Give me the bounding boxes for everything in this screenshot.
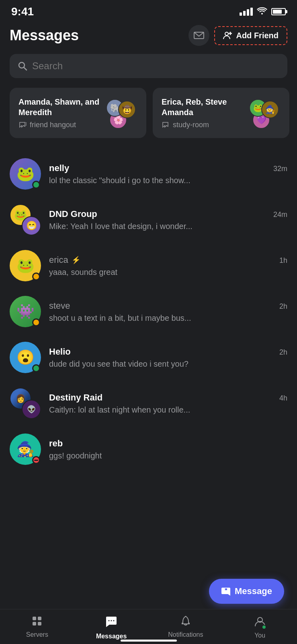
search-icon [18,61,27,71]
page-title: Messages [10,27,79,44]
mute-icon: ⚡️ [72,256,80,264]
you-icon [254,615,266,630]
avatar-wrapper: 🐸 😁 [10,204,41,235]
sidebar-item-you[interactable]: You [240,615,280,639]
message-list: 🐸 nelly 32m lol the classic "should i go… [0,151,297,520]
group-card-name: Amanda, Shawn, and Meredith [18,97,103,118]
nav-label-servers: Servers [26,631,48,638]
group-avatars: 🐸 🧙 💜 [246,99,282,127]
message-preview: shoot u a text in a bit, but i maybe bus… [49,314,287,323]
message-name: DND Group [49,209,97,219]
message-name: reb [49,438,63,449]
list-item[interactable]: 😮 Helio 2h dude did you see that video i… [0,334,297,380]
message-content: Helio 2h dude did you see that video i s… [49,347,287,369]
message-preview: dude did you see that video i sent you? [49,359,287,369]
nav-label-notifications: Notifications [168,631,203,638]
svg-point-20 [109,620,110,621]
avatar-wrapper: 👩 👽 [10,388,41,419]
online-status-dot [32,364,40,372]
battery-icon [271,8,286,15]
header-actions: Add Friend [188,25,287,46]
group-card-status-text: study-room [173,121,209,129]
search-bar [10,54,287,78]
group-card-status-text: friend hangout [30,121,76,129]
svg-point-21 [113,620,115,621]
message-content: Destiny Raid 4h Caitlyn: lol at last nig… [49,392,287,415]
dnd-status-dot [32,456,40,464]
svg-point-2 [225,32,228,35]
sidebar-item-messages[interactable]: Messages [91,615,131,640]
message-time: 2h [279,302,287,311]
sidebar-item-servers[interactable]: Servers [17,615,57,638]
svg-line-6 [24,68,27,70]
list-item[interactable]: 🐸 😁 DND Group 24m Mike: Yeah I love that… [0,197,297,243]
message-name: Destiny Raid [49,392,102,403]
avatar-wrapper: 🧙 [10,433,41,465]
svg-rect-18 [38,622,41,625]
message-name: erica ⚡️ [49,255,80,265]
status-bar: 9:41 [0,0,297,21]
notifications-icon [180,615,192,629]
message-time: 1h [279,256,287,265]
avatar-group: 👩 👽 [10,388,41,419]
svg-rect-15 [33,617,36,620]
list-item[interactable]: 👩 👽 Destiny Raid 4h Caitlyn: lol at last… [0,380,297,426]
svg-line-8 [26,122,27,123]
group-card[interactable]: Erica, Reb, Steve Amanda study-room 🐸 🧙 … [153,88,289,138]
list-item[interactable]: 🐸 erica ⚡️ 1h yaaa, sounds great [0,243,297,289]
message-preview: yaaa, sounds great [49,268,287,277]
group-card-name: Erica, Reb, Steve Amanda [162,97,246,118]
message-content: DND Group 24m Mike: Yeah I love that des… [49,209,287,231]
avatar-wrapper: 🐸 [10,250,41,281]
svg-rect-16 [38,617,41,620]
svg-point-19 [111,620,112,621]
add-friend-label: Add Friend [236,31,279,40]
bottom-nav: Servers Messages Notifications [0,609,297,644]
group-card-status: friend hangout [18,121,103,129]
message-preview: lol the classic "should i go to the show… [49,176,287,185]
mail-button[interactable] [188,25,209,46]
add-friend-button[interactable]: Add Friend [214,26,287,45]
nav-label-you: You [254,632,265,639]
sidebar-item-notifications[interactable]: Notifications [166,615,206,638]
nav-label-messages: Messages [96,633,127,640]
wifi-icon [257,6,267,17]
signal-icon [240,8,253,16]
message-preview: Caitlyn: lol at last night when you roll… [49,405,287,415]
svg-rect-17 [33,622,36,625]
message-preview: ggs! goodnight [49,451,287,460]
messages-icon [104,615,118,630]
avatar-group: 🐸 😁 [10,204,41,235]
status-time: 9:41 [11,5,34,18]
group-card-status: study-room [162,121,246,129]
message-content: reb ggs! goodnight [49,438,287,460]
header: Messages Add Friend [0,21,297,54]
avatar-wrapper: 👾 [10,296,41,327]
message-content: nelly 32m lol the classic "should i go t… [49,163,287,185]
svg-marker-11 [163,122,168,127]
list-item[interactable]: 🐸 nelly 32m lol the classic "should i go… [0,151,297,197]
group-card[interactable]: Amanda, Shawn, and Meredith friend hango… [10,88,146,138]
svg-marker-7 [20,122,25,127]
list-item[interactable]: 🧙 reb ggs! goodnight [0,426,297,472]
servers-icon [31,615,43,629]
message-content: erica ⚡️ 1h yaaa, sounds great [49,255,287,277]
message-time: 2h [279,348,287,357]
group-cards-container: Amanda, Shawn, and Meredith friend hango… [0,88,297,151]
status-dot [32,272,40,281]
message-content: steve 2h shoot u a text in a bit, but i … [49,301,287,323]
avatar-wrapper: 😮 [10,342,41,373]
float-btn-label: Message [235,586,272,597]
message-time: 32m [273,165,287,173]
message-name: steve [49,301,70,311]
message-name: nelly [49,163,69,173]
home-indicator [121,640,177,642]
avatar-wrapper: 🐸 [10,158,41,190]
search-input[interactable] [32,60,279,72]
message-name: Helio [49,347,71,357]
group-avatars: 🐘 🤠 🌸 [103,99,139,127]
list-item[interactable]: 👾 steve 2h shoot u a text in a bit, but … [0,289,297,334]
message-time: 4h [279,394,287,402]
new-message-button[interactable]: Message [209,579,284,604]
online-status-dot [32,181,40,189]
